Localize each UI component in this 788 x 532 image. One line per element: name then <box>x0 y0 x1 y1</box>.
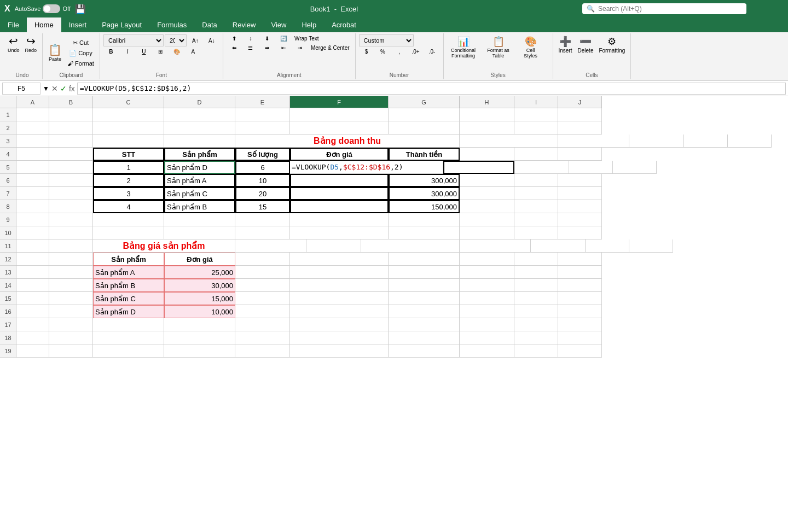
cell-g4[interactable]: Thành tiền <box>389 148 460 161</box>
cell-c18[interactable] <box>93 331 164 344</box>
cell-f5[interactable]: =VLOOKUP(D5,$C$12:$D$16,2) <box>290 161 443 174</box>
cell-a17[interactable] <box>16 318 49 331</box>
cell-i15[interactable] <box>514 292 558 305</box>
cell-e7[interactable]: 20 <box>235 187 290 200</box>
cell-e12[interactable] <box>235 253 290 266</box>
font-family-select[interactable]: Calibri <box>103 34 164 46</box>
cell-i5[interactable] <box>569 161 613 174</box>
cell-e11[interactable] <box>306 239 361 253</box>
row-header-17[interactable]: 17 <box>0 318 16 331</box>
cell-h10[interactable] <box>460 226 514 239</box>
cell-c8[interactable]: 4 <box>93 200 164 213</box>
cell-d3[interactable] <box>164 135 235 148</box>
cell-a18[interactable] <box>16 331 49 344</box>
format-painter-button[interactable]: 🖌 Format <box>65 59 96 68</box>
cell-f11[interactable] <box>361 239 460 253</box>
cell-a10[interactable] <box>16 226 49 239</box>
row-header-12[interactable]: 12 <box>0 253 16 266</box>
cell-d18[interactable] <box>164 331 235 344</box>
search-input[interactable] <box>598 5 719 13</box>
col-header-i[interactable]: I <box>514 96 558 108</box>
cell-h18[interactable] <box>460 331 514 344</box>
cell-b7[interactable] <box>49 187 93 200</box>
col-header-g[interactable]: G <box>389 96 460 108</box>
cell-g13[interactable] <box>389 266 460 279</box>
cell-j15[interactable] <box>558 292 602 305</box>
cell-b3[interactable] <box>49 135 93 148</box>
cell-b16[interactable] <box>49 305 93 318</box>
row-header-10[interactable]: 10 <box>0 226 16 239</box>
cell-f17[interactable] <box>290 318 389 331</box>
cell-j18[interactable] <box>558 331 602 344</box>
cell-e1[interactable] <box>235 108 290 121</box>
cell-g15[interactable] <box>389 292 460 305</box>
cell-f7[interactable] <box>290 187 389 200</box>
number-format-select[interactable]: Custom <box>359 34 414 46</box>
tab-help[interactable]: Help <box>294 17 324 32</box>
cell-b18[interactable] <box>49 331 93 344</box>
cell-j11[interactable] <box>629 239 673 253</box>
percent-button[interactable]: % <box>375 48 391 56</box>
formula-input[interactable] <box>77 83 786 95</box>
cell-f3[interactable] <box>460 135 558 148</box>
conditional-formatting-button[interactable]: 📊 Conditional Formatting <box>447 34 480 60</box>
cell-a5[interactable] <box>16 161 49 174</box>
cell-b8[interactable] <box>49 200 93 213</box>
cell-b12[interactable] <box>49 253 93 266</box>
cell-e3[interactable]: Bảng doanh thu <box>235 135 460 148</box>
row-header-5[interactable]: 5 <box>0 161 16 174</box>
cell-h12[interactable] <box>460 253 514 266</box>
cell-d12[interactable]: Đơn giá <box>164 253 235 266</box>
cell-a14[interactable] <box>16 279 49 292</box>
cell-f12[interactable] <box>290 253 389 266</box>
cell-i2[interactable] <box>514 121 558 135</box>
cell-d16[interactable]: 10,000 <box>164 305 235 318</box>
row-header-16[interactable]: 16 <box>0 305 16 318</box>
cell-j3[interactable] <box>728 135 772 148</box>
cell-c19[interactable] <box>93 344 164 358</box>
insert-button[interactable]: ➕Insert <box>557 34 575 55</box>
row-header-11[interactable]: 11 <box>0 239 16 253</box>
cell-h19[interactable] <box>460 344 514 358</box>
cell-i18[interactable] <box>514 331 558 344</box>
cell-h13[interactable] <box>460 266 514 279</box>
cell-i4[interactable] <box>514 148 558 161</box>
cell-a4[interactable] <box>16 148 49 161</box>
cell-f1[interactable] <box>290 108 389 121</box>
cell-i11[interactable] <box>586 239 629 253</box>
cell-f8[interactable] <box>290 200 389 213</box>
cell-j5[interactable] <box>613 161 657 174</box>
cell-b14[interactable] <box>49 279 93 292</box>
cell-g19[interactable] <box>389 344 460 358</box>
cell-g11[interactable] <box>460 239 531 253</box>
cell-h2[interactable] <box>460 121 514 135</box>
search-box[interactable]: 🔍 <box>582 3 746 14</box>
cell-i14[interactable] <box>514 279 558 292</box>
cell-h16[interactable] <box>460 305 514 318</box>
italic-button[interactable]: I <box>120 48 135 56</box>
cell-a8[interactable] <box>16 200 49 213</box>
wrap-text-button[interactable]: Wrap Text <box>292 34 321 43</box>
autosave-toggle[interactable] <box>43 4 60 13</box>
dropdown-icon[interactable]: ▼ <box>43 85 49 92</box>
decimal-increase-button[interactable]: .0+ <box>408 48 424 56</box>
row-header-3[interactable]: 3 <box>0 135 16 148</box>
decimal-decrease-button[interactable]: .0- <box>425 48 440 56</box>
paste-button[interactable]: 📋Paste <box>46 43 64 63</box>
cell-b2[interactable] <box>49 121 93 135</box>
cell-h15[interactable] <box>460 292 514 305</box>
cell-a11[interactable] <box>16 239 49 253</box>
tab-page-layout[interactable]: Page Layout <box>94 17 149 32</box>
row-header-1[interactable]: 1 <box>0 108 16 121</box>
tab-file[interactable]: File <box>0 17 27 32</box>
cell-d19[interactable] <box>164 344 235 358</box>
cell-d17[interactable] <box>164 318 235 331</box>
col-header-j[interactable]: J <box>558 96 602 108</box>
col-header-d[interactable]: D <box>164 96 235 108</box>
cell-g5[interactable] <box>443 161 514 174</box>
cell-i1[interactable] <box>514 108 558 121</box>
col-header-e[interactable]: E <box>235 96 290 108</box>
cell-f15[interactable] <box>290 292 389 305</box>
redo-button[interactable]: ↪Redo <box>23 34 39 54</box>
cell-h5[interactable] <box>514 161 569 174</box>
